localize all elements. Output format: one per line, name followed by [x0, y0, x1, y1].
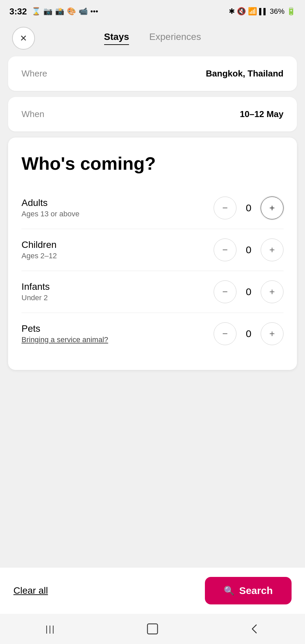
- svg-rect-0: [147, 624, 158, 634]
- guest-type-pets: Pets: [21, 323, 214, 334]
- whos-coming-card: Who's coming? Adults Ages 13 or above − …: [8, 138, 297, 370]
- guest-info-adults: Adults Ages 13 or above: [21, 198, 214, 218]
- guest-info-pets: Pets Bringing a service animal?: [21, 323, 214, 344]
- system-home-button[interactable]: [146, 623, 159, 635]
- guest-type-adults: Adults: [21, 198, 214, 208]
- guest-age-children: Ages 2–12: [21, 252, 214, 260]
- guest-row-adults: Adults Ages 13 or above − 0 +: [21, 187, 284, 229]
- guest-row-pets: Pets Bringing a service animal? − 0 +: [21, 313, 284, 355]
- instagram2-icon: 📸: [55, 7, 64, 16]
- signal-icon: ▌▌: [259, 8, 268, 15]
- when-value: 10–12 May: [240, 109, 284, 119]
- tab-stays[interactable]: Stays: [104, 32, 129, 45]
- children-count: 0: [245, 244, 253, 256]
- guest-age-infants: Under 2: [21, 293, 214, 302]
- search-icon: 🔍: [224, 586, 234, 596]
- adults-count: 0: [245, 202, 253, 214]
- pets-decrement-button[interactable]: −: [214, 322, 236, 345]
- infants-count: 0: [245, 286, 253, 298]
- status-icons-right: ✱ 🔇 📶 ▌▌ 36% 🔋: [229, 7, 296, 16]
- search-button[interactable]: 🔍 Search: [205, 577, 292, 604]
- pets-counter-group: − 0 +: [214, 322, 284, 345]
- system-back-button[interactable]: [250, 623, 260, 635]
- pets-increment-button[interactable]: +: [261, 322, 284, 345]
- guest-type-children: Children: [21, 239, 214, 250]
- nav-bar: ✕ Stays Experiences: [0, 21, 305, 56]
- nav-tabs: Stays Experiences: [35, 32, 293, 45]
- camera-icon: 📹: [79, 7, 88, 16]
- adults-counter-group: − 0 +: [214, 197, 284, 219]
- mute-icon: 🔇: [237, 7, 246, 16]
- adults-increment-button[interactable]: +: [261, 197, 284, 219]
- bluetooth-icon: ✱: [229, 7, 235, 16]
- more-icon: •••: [90, 7, 98, 16]
- children-counter-group: − 0 +: [214, 238, 284, 261]
- guest-type-infants: Infants: [21, 281, 214, 292]
- children-increment-button[interactable]: +: [261, 238, 284, 261]
- close-button[interactable]: ✕: [12, 27, 35, 50]
- service-animal-link[interactable]: Bringing a service animal?: [21, 335, 108, 344]
- infants-counter-group: − 0 +: [214, 280, 284, 303]
- color-icon: 🎨: [67, 7, 76, 16]
- status-icons-left: ⌛ 📷 📸 🎨 📹 •••: [32, 7, 98, 16]
- battery-percent: 36%: [270, 7, 285, 16]
- guest-info-children: Children Ages 2–12: [21, 239, 214, 260]
- whos-coming-title: Who's coming?: [21, 153, 284, 174]
- guest-info-infants: Infants Under 2: [21, 281, 214, 302]
- instagram1-icon: 📷: [43, 7, 52, 16]
- when-label: When: [21, 109, 44, 119]
- notification-icon: ⌛: [32, 7, 41, 16]
- guest-row-infants: Infants Under 2 − 0 +: [21, 271, 284, 313]
- children-decrement-button[interactable]: −: [214, 238, 236, 261]
- wifi-icon: 📶: [248, 7, 257, 16]
- adults-decrement-button[interactable]: −: [214, 197, 236, 219]
- guest-row-children: Children Ages 2–12 − 0 +: [21, 229, 284, 271]
- where-value: Bangkok, Thailand: [206, 68, 284, 79]
- system-menu-button[interactable]: |||: [45, 624, 55, 634]
- infants-increment-button[interactable]: +: [261, 280, 284, 303]
- where-card[interactable]: Where Bangkok, Thailand: [8, 56, 297, 91]
- search-label: Search: [239, 585, 273, 596]
- bottom-bar: Clear all 🔍 Search: [0, 567, 305, 614]
- infants-decrement-button[interactable]: −: [214, 280, 236, 303]
- system-nav-bar: |||: [0, 614, 305, 644]
- tab-experiences[interactable]: Experiences: [149, 32, 201, 45]
- status-time: 3:32: [9, 6, 27, 17]
- pets-count: 0: [245, 328, 253, 339]
- battery-icon: 🔋: [287, 7, 296, 16]
- clear-all-button[interactable]: Clear all: [13, 585, 48, 596]
- guest-age-adults: Ages 13 or above: [21, 210, 214, 218]
- status-bar: 3:32 ⌛ 📷 📸 🎨 📹 ••• ✱ 🔇 📶 ▌▌ 36% 🔋: [0, 0, 305, 21]
- where-label: Where: [21, 68, 47, 79]
- when-card[interactable]: When 10–12 May: [8, 97, 297, 131]
